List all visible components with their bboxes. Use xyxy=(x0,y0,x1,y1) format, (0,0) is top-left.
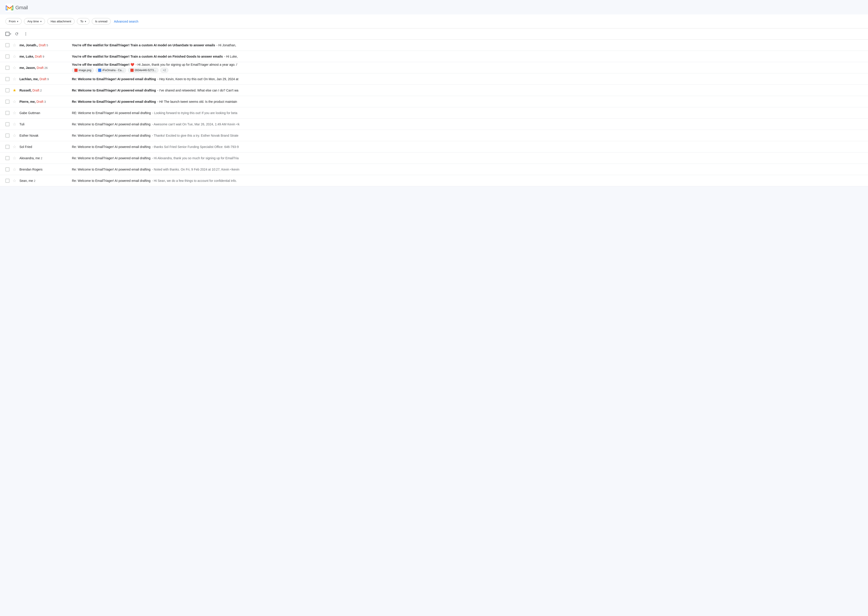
from-filter[interactable]: From ▾ xyxy=(5,18,22,25)
from-filter-label: From xyxy=(9,20,16,23)
select-all-wrapper[interactable]: ▾ xyxy=(5,32,11,36)
email-row[interactable]: ☆Esther NovakRe: Welcome to EmailTriager… xyxy=(0,130,868,141)
row-checkbox[interactable] xyxy=(5,111,9,115)
star-icon[interactable]: ☆ xyxy=(12,77,17,82)
row-checkbox[interactable] xyxy=(5,66,9,70)
email-snippet: - I've shared and retweeted. What else c… xyxy=(158,88,238,92)
email-row[interactable]: ☆me, Jonath., Draft 5You're off the wait… xyxy=(0,39,868,51)
email-row[interactable]: ☆Brendan RogersRe: Welcome to EmailTriag… xyxy=(0,164,868,175)
email-row[interactable]: ★Russell, Draft 2Re: Welcome to EmailTri… xyxy=(0,85,868,96)
star-icon[interactable]: ☆ xyxy=(12,156,17,160)
sender-name: me, Luke, Draft 9 xyxy=(19,55,69,58)
subject-line: Re: Welcome to EmailTriager! AI powered … xyxy=(72,145,863,149)
subject-text: Re: Welcome to EmailTriager! AI powered … xyxy=(72,179,151,182)
row-checkbox[interactable] xyxy=(5,55,9,58)
svg-rect-0 xyxy=(5,4,14,12)
attachment-chip[interactable]: iFixOmaha - Ca... xyxy=(96,68,126,73)
subject-line: You're off the waitlist for EmailTriager… xyxy=(72,63,863,66)
attachment-chip[interactable]: 0934e446-5273... xyxy=(128,68,158,73)
row-checkbox[interactable] xyxy=(5,88,9,93)
sender-text: Gabe Guttman xyxy=(19,111,40,115)
star-icon[interactable]: ☆ xyxy=(12,122,17,127)
email-snippet: - Hey Kevin, Keen to try this out! On Mo… xyxy=(158,77,238,81)
subject-line: Re: Welcome to EmailTriager! AI powered … xyxy=(72,179,863,182)
email-content: You're off the waitlist for EmailTriager… xyxy=(72,63,863,73)
star-icon[interactable]: ☆ xyxy=(12,133,17,138)
email-content: You're off the waitlist for EmailTriager… xyxy=(72,43,863,47)
attachment-chip[interactable]: image.png xyxy=(72,68,94,73)
email-row[interactable]: ☆TuliRe: Welcome to EmailTriager! AI pow… xyxy=(0,119,868,130)
star-icon[interactable]: ☆ xyxy=(12,43,17,48)
refresh-button[interactable] xyxy=(13,30,20,38)
email-row[interactable]: ☆Sean, me 2Re: Welcome to EmailTriager! … xyxy=(0,175,868,186)
row-checkbox[interactable] xyxy=(5,100,9,104)
sender-name: Pierre, me, Draft 3 xyxy=(19,100,69,104)
draft-count: 9 xyxy=(46,77,49,81)
sender-name: me, Jonath., Draft 5 xyxy=(19,43,69,47)
star-icon[interactable]: ☆ xyxy=(12,167,17,172)
draft-count: 9 xyxy=(42,55,44,58)
email-snippet: - Hi Alexandra, thank you so much for si… xyxy=(152,156,239,160)
email-snippet: - Noted with thanks. On Fri, 9 Feb 2024 … xyxy=(152,168,239,171)
select-all-checkbox[interactable] xyxy=(5,32,9,36)
email-content: Re: Welcome to EmailTriager! AI powered … xyxy=(72,145,863,149)
more-options-button[interactable] xyxy=(22,30,29,38)
email-content: RE: Welcome to EmailTriager! AI powered … xyxy=(72,111,863,115)
star-icon[interactable]: ☆ xyxy=(12,99,17,104)
attachment-name: 0934e446-5273... xyxy=(135,69,156,72)
email-row[interactable]: ☆me, Jason, Draft 26You're off the waitl… xyxy=(0,62,868,74)
is-unread-filter-label: Is unread xyxy=(95,20,107,23)
attachment-name: image.png xyxy=(79,69,91,72)
has-attachment-filter[interactable]: Has attachment xyxy=(47,18,75,25)
email-content: Re: Welcome to EmailTriager! AI powered … xyxy=(72,88,863,92)
draft-label: Draft xyxy=(36,66,43,69)
gmail-m-icon xyxy=(5,4,14,12)
star-icon[interactable]: ★ xyxy=(12,88,17,93)
row-checkbox[interactable] xyxy=(5,179,9,183)
draft-count: 5 xyxy=(46,44,48,47)
sender-text: me, Luke, xyxy=(19,55,34,58)
email-row[interactable]: ☆Pierre, me, Draft 3Re: Welcome to Email… xyxy=(0,96,868,107)
star-icon[interactable]: ☆ xyxy=(12,65,17,70)
sender-name: Tuli xyxy=(19,123,69,126)
subject-line: Re: Welcome to EmailTriager! AI powered … xyxy=(72,134,863,137)
email-row[interactable]: ☆me, Luke, Draft 9You're off the waitlis… xyxy=(0,51,868,62)
sender-text: Sol Fried xyxy=(19,145,32,149)
is-unread-filter[interactable]: Is unread xyxy=(92,18,111,25)
from-chevron-icon: ▾ xyxy=(17,20,18,23)
to-filter[interactable]: To ▾ xyxy=(77,18,90,25)
subject-text: Re: Welcome to EmailTriager! AI powered … xyxy=(72,88,156,92)
email-content: Re: Welcome to EmailTriager! AI powered … xyxy=(72,179,863,182)
star-icon[interactable]: ☆ xyxy=(12,54,17,59)
email-snippet: - Hi Jason, thank you for signing up for… xyxy=(135,63,237,66)
select-all-chevron-icon[interactable]: ▾ xyxy=(10,33,11,35)
row-checkbox[interactable] xyxy=(5,145,9,149)
row-checkbox[interactable] xyxy=(5,134,9,138)
row-checkbox[interactable] xyxy=(5,43,9,47)
row-checkbox[interactable] xyxy=(5,77,9,81)
row-checkbox[interactable] xyxy=(5,167,9,171)
star-icon[interactable]: ☆ xyxy=(12,178,17,183)
email-row[interactable]: ☆Alexandra, me 2Re: Welcome to EmailTria… xyxy=(0,152,868,164)
subject-text: RE: Welcome to EmailTriager! AI powered … xyxy=(72,111,151,115)
sender-text: Lachlan, me, xyxy=(19,77,39,81)
subject-text: Re: Welcome to EmailTriager! AI powered … xyxy=(72,145,151,149)
star-icon[interactable]: ☆ xyxy=(12,110,17,115)
draft-label: Draft xyxy=(36,100,43,104)
star-icon[interactable]: ☆ xyxy=(12,145,17,149)
sender-name: me, Jason, Draft 26 xyxy=(19,66,69,69)
email-row[interactable]: ☆Gabe GuttmanRE: Welcome to EmailTriager… xyxy=(0,107,868,119)
subject-line: RE: Welcome to EmailTriager! AI powered … xyxy=(72,111,863,115)
sender-text: Alexandra, me xyxy=(19,156,40,160)
sender-text: Brendan Rogers xyxy=(19,168,43,171)
any-time-filter[interactable]: Any time ▾ xyxy=(24,18,45,25)
email-row[interactable]: ☆Sol FriedRe: Welcome to EmailTriager! A… xyxy=(0,141,868,152)
thread-count: 2 xyxy=(33,179,36,182)
attachments-more[interactable]: +2 xyxy=(160,68,169,73)
email-row[interactable]: ☆Lachlan, me, Draft 9Re: Welcome to Emai… xyxy=(0,74,868,85)
thread-count: 2 xyxy=(40,157,42,160)
row-checkbox[interactable] xyxy=(5,156,9,160)
advanced-search-link[interactable]: Advanced search xyxy=(114,20,138,23)
row-checkbox[interactable] xyxy=(5,122,9,126)
sender-name: Brendan Rogers xyxy=(19,168,69,171)
